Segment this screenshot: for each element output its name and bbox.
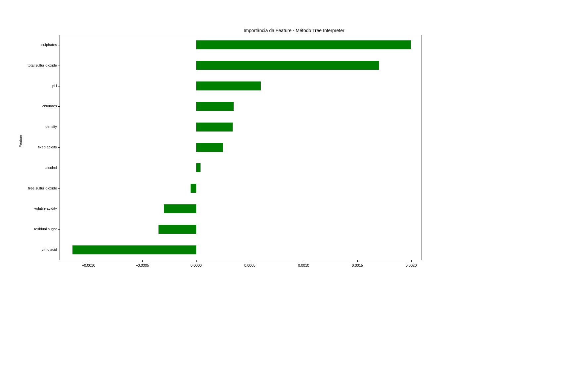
x-tick-mark xyxy=(411,260,412,262)
x-tick-mark xyxy=(304,260,304,262)
chart-title: Importância da Feature - Método Tree Int… xyxy=(244,28,344,33)
y-axis-label: Feature xyxy=(19,135,23,147)
y-tick-mark xyxy=(58,106,60,107)
bar xyxy=(196,40,411,49)
bar xyxy=(196,61,379,70)
bar xyxy=(196,123,233,131)
y-tick-mark xyxy=(58,147,60,148)
y-tick-label: citric acid xyxy=(42,247,57,251)
y-tick-label: sulphates xyxy=(41,43,57,47)
bar xyxy=(196,102,234,111)
y-tick-mark xyxy=(58,86,60,86)
bar xyxy=(158,225,196,234)
x-tick-label: 0.0020 xyxy=(406,263,417,267)
bar xyxy=(191,184,196,193)
y-tick-mark xyxy=(58,127,60,127)
y-tick-mark xyxy=(58,168,60,168)
y-tick-mark xyxy=(58,188,60,189)
y-tick-label: fixed acidity xyxy=(38,145,57,149)
y-tick-label: pH xyxy=(52,84,57,88)
x-tick-mark xyxy=(357,260,358,262)
y-tick-label: volatile acidity xyxy=(34,206,57,210)
x-tick-label: 0.0015 xyxy=(352,263,363,267)
x-tick-mark xyxy=(196,260,197,262)
bar xyxy=(196,143,223,152)
y-tick-label: alcohol xyxy=(45,166,57,170)
y-tick-label: chlorides xyxy=(42,104,57,108)
x-tick-mark xyxy=(250,260,250,262)
x-tick-label: −0.0005 xyxy=(136,263,149,267)
x-tick-label: 0.0010 xyxy=(298,263,309,267)
x-tick-label: −0.0010 xyxy=(82,263,95,267)
bar xyxy=(72,245,196,254)
bar xyxy=(164,204,196,213)
x-tick-label: 0.0000 xyxy=(191,263,202,267)
y-tick-label: free sulfur dioxide xyxy=(28,186,57,190)
y-tick-mark xyxy=(58,45,60,45)
x-tick-mark xyxy=(142,260,143,262)
bar xyxy=(196,163,201,172)
bar xyxy=(196,81,261,90)
x-tick-label: 0.0005 xyxy=(244,263,255,267)
y-tick-label: residual sugar xyxy=(34,227,57,231)
y-tick-mark xyxy=(58,250,60,250)
y-tick-mark xyxy=(58,209,60,209)
y-tick-mark xyxy=(58,229,60,230)
y-tick-label: density xyxy=(45,125,57,129)
y-tick-label: total sulfur dioxide xyxy=(27,63,57,67)
y-tick-mark xyxy=(58,66,60,66)
x-tick-mark xyxy=(89,260,89,262)
